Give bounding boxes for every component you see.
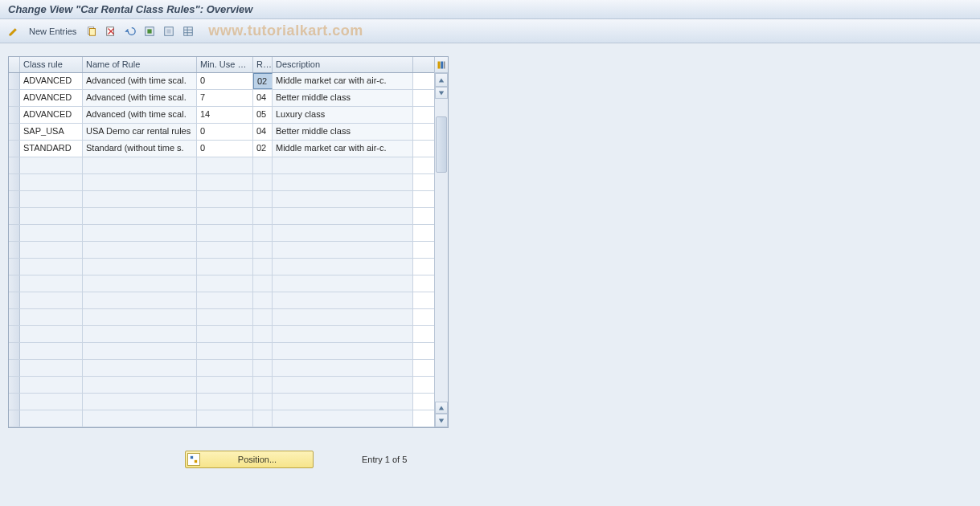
undo-icon[interactable]	[123, 24, 137, 39]
cell-class-rule[interactable]	[20, 309, 83, 325]
col-header-name[interactable]: Name of Rule	[83, 57, 197, 72]
select-all-header[interactable]	[9, 57, 20, 72]
table-row-empty[interactable]	[9, 174, 434, 191]
cell-min-use[interactable]	[197, 343, 253, 359]
cell-r[interactable]	[253, 191, 273, 207]
row-selector[interactable]	[9, 225, 20, 241]
cell-class-rule[interactable]	[20, 275, 83, 292]
vertical-scrollbar[interactable]	[434, 57, 448, 427]
scroll-up-button-2[interactable]	[435, 87, 448, 99]
cell-class-rule[interactable]	[20, 360, 83, 376]
cell-class-rule[interactable]: ADVANCED	[20, 107, 83, 123]
cell-r[interactable]	[253, 259, 273, 275]
row-selector[interactable]	[9, 191, 20, 207]
cell-class-rule[interactable]	[20, 225, 83, 241]
cell-r[interactable]	[253, 208, 273, 224]
table-row[interactable]: ADVANCEDAdvanced (with time scal.704Bett…	[9, 90, 434, 107]
position-button[interactable]: Position...	[185, 451, 314, 468]
table-row-empty[interactable]	[9, 157, 434, 174]
cell-min-use[interactable]	[197, 174, 253, 190]
table-row-empty[interactable]	[9, 326, 434, 343]
cell-r[interactable]: 02	[253, 73, 273, 89]
cell-min-use[interactable]	[197, 394, 253, 410]
cell-r[interactable]	[253, 157, 273, 173]
new-entries-button[interactable]: New Entries	[26, 27, 80, 36]
cell-r[interactable]	[253, 309, 273, 325]
cell-min-use[interactable]	[197, 259, 253, 275]
cell-min-use[interactable]	[197, 309, 253, 325]
cell-r[interactable]	[253, 225, 273, 241]
row-selector[interactable]	[9, 90, 20, 106]
row-selector[interactable]	[9, 141, 20, 157]
cell-min-use[interactable]	[197, 191, 253, 207]
row-selector[interactable]	[9, 259, 20, 275]
cell-r[interactable]	[253, 174, 273, 190]
cell-min-use[interactable]	[197, 360, 253, 376]
table-row-empty[interactable]	[9, 208, 434, 225]
cell-class-rule[interactable]	[20, 174, 83, 190]
scrollbar-thumb[interactable]	[436, 116, 447, 173]
row-selector[interactable]	[9, 394, 20, 410]
table-row-empty[interactable]	[9, 225, 434, 242]
row-selector[interactable]	[9, 377, 20, 393]
col-header-min-use[interactable]: Min. Use D...	[197, 57, 253, 72]
cell-class-rule[interactable]	[20, 377, 83, 393]
row-selector[interactable]	[9, 275, 20, 292]
table-row-empty[interactable]	[9, 191, 434, 208]
row-selector[interactable]	[9, 107, 20, 123]
cell-class-rule[interactable]	[20, 242, 83, 258]
cell-min-use[interactable]: 0	[197, 124, 253, 140]
cell-class-rule[interactable]	[20, 191, 83, 207]
cell-class-rule[interactable]	[20, 292, 83, 308]
cell-min-use[interactable]	[197, 275, 253, 292]
cell-min-use[interactable]	[197, 410, 253, 426]
table-row-empty[interactable]	[9, 242, 434, 259]
cell-class-rule[interactable]: ADVANCED	[20, 90, 83, 106]
row-selector[interactable]	[9, 343, 20, 359]
cell-class-rule[interactable]	[20, 208, 83, 224]
row-selector[interactable]	[9, 410, 20, 426]
scrollbar-track[interactable]	[435, 99, 448, 402]
cell-class-rule[interactable]	[20, 157, 83, 173]
cell-min-use[interactable]: 0	[197, 73, 253, 89]
cell-min-use[interactable]	[197, 208, 253, 224]
delete-icon[interactable]	[104, 24, 118, 39]
cell-class-rule[interactable]	[20, 326, 83, 342]
scroll-up-button[interactable]	[435, 73, 448, 87]
cell-r[interactable]	[253, 360, 273, 376]
table-row-empty[interactable]	[9, 275, 434, 292]
cell-r[interactable]	[253, 410, 273, 426]
select-all-icon[interactable]	[142, 24, 157, 39]
row-selector[interactable]	[9, 360, 20, 376]
cell-class-rule[interactable]	[20, 259, 83, 275]
col-header-r[interactable]: R...	[253, 57, 273, 72]
row-selector[interactable]	[9, 242, 20, 258]
row-selector[interactable]	[9, 124, 20, 140]
table-row[interactable]: ADVANCEDAdvanced (with time scal.002Midd…	[9, 73, 434, 90]
cell-class-rule[interactable]	[20, 410, 83, 426]
row-selector[interactable]	[9, 208, 20, 224]
cell-r[interactable]	[253, 326, 273, 342]
cell-min-use[interactable]	[197, 292, 253, 308]
cell-r[interactable]: 04	[253, 124, 273, 140]
table-settings-icon[interactable]	[181, 24, 195, 39]
cell-min-use[interactable]: 0	[197, 141, 253, 157]
cell-r[interactable]: 04	[253, 90, 273, 106]
table-row-empty[interactable]	[9, 394, 434, 410]
table-row-empty[interactable]	[9, 259, 434, 275]
cell-class-rule[interactable]	[20, 343, 83, 359]
cell-r[interactable]: 02	[253, 141, 273, 157]
table-row[interactable]: SAP_USAUSA Demo car rental rules004Bette…	[9, 124, 434, 141]
cell-min-use[interactable]: 7	[197, 90, 253, 106]
table-row-empty[interactable]	[9, 360, 434, 377]
cell-class-rule[interactable]: SAP_USA	[20, 124, 83, 140]
cell-class-rule[interactable]: ADVANCED	[20, 73, 83, 89]
row-selector[interactable]	[9, 174, 20, 190]
cell-min-use[interactable]	[197, 225, 253, 241]
table-row[interactable]: ADVANCEDAdvanced (with time scal.1405Lux…	[9, 107, 434, 124]
cell-r[interactable]	[253, 343, 273, 359]
row-selector[interactable]	[9, 73, 20, 89]
table-row-empty[interactable]	[9, 410, 434, 427]
copy-icon[interactable]	[84, 24, 99, 39]
table-row-empty[interactable]	[9, 343, 434, 360]
